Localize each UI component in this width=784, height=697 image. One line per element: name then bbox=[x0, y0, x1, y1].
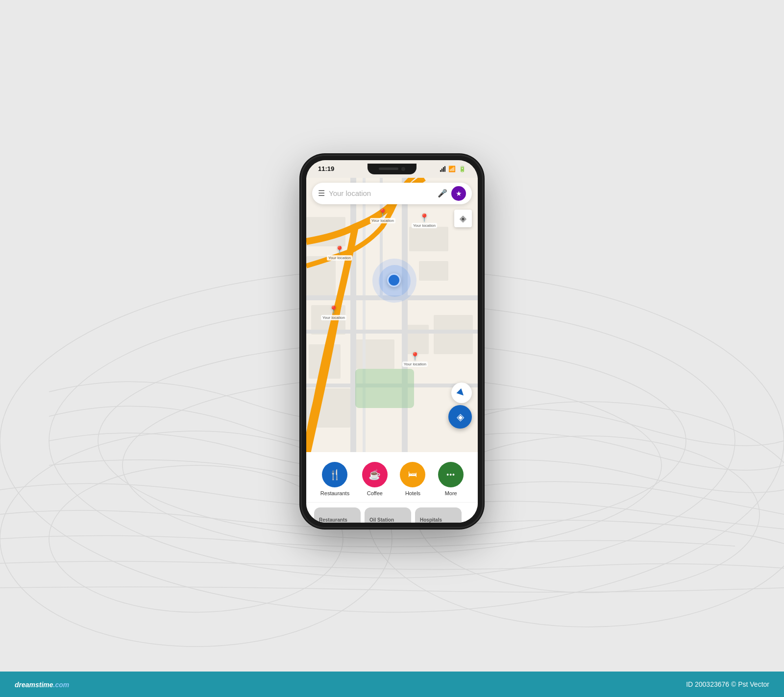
location-pin-1: 📍 Your location bbox=[370, 208, 395, 223]
category-coffee[interactable]: ☕ Coffee bbox=[362, 462, 388, 496]
phone-screen: 11:19 📶 🔋 bbox=[306, 160, 478, 523]
svg-rect-17 bbox=[404, 325, 429, 354]
menu-icon[interactable]: ☰ bbox=[318, 189, 325, 198]
svg-rect-16 bbox=[419, 261, 448, 281]
watermark-id: ID 200323676 © Pst Vector bbox=[686, 680, 769, 688]
location-pin-2: 📍 Your location bbox=[327, 245, 352, 261]
wifi-icon: 📶 bbox=[448, 166, 456, 172]
more-icon-circle: ••• bbox=[438, 462, 464, 487]
categories-row: 🍴 Restaurants ☕ Coffee 🛏 bbox=[306, 458, 478, 503]
pin-icon: 📍 bbox=[410, 352, 420, 361]
bottom-panel: 🍴 Restaurants ☕ Coffee 🛏 bbox=[306, 452, 478, 523]
navigate-fab[interactable]: ◈ bbox=[448, 405, 472, 429]
mic-icon[interactable]: 🎤 bbox=[438, 189, 447, 198]
coffee-icon: ☕ bbox=[368, 469, 381, 481]
quick-card-hospitals[interactable]: Hospitals 3200 La, USA 45 min bbox=[415, 507, 462, 523]
direction-button[interactable]: ▶ bbox=[451, 383, 472, 403]
signal-icon bbox=[440, 166, 445, 172]
hotels-icon: 🛏 bbox=[408, 469, 417, 480]
pin-label: Your location bbox=[327, 255, 352, 261]
restaurants-icon-circle: 🍴 bbox=[322, 462, 347, 487]
pin-label: Your location bbox=[402, 361, 428, 367]
direction-icon: ▶ bbox=[455, 386, 467, 399]
search-placeholder[interactable]: Your location bbox=[329, 189, 434, 197]
notch bbox=[368, 164, 416, 174]
category-hotels[interactable]: 🛏 Hotels bbox=[400, 462, 425, 496]
hotels-icon-circle: 🛏 bbox=[400, 462, 425, 487]
location-pin-4: 📍 Your location bbox=[412, 213, 437, 228]
more-icon: ••• bbox=[446, 471, 455, 479]
pin-icon: 📍 bbox=[419, 213, 429, 222]
status-icons: 📶 🔋 bbox=[440, 166, 466, 172]
qcard-title-0: Restaurants bbox=[319, 517, 356, 523]
pin-label: Your location bbox=[370, 218, 395, 223]
more-label: More bbox=[445, 490, 457, 496]
watermark-bar: dreamstime.com ID 200323676 © Pst Vector bbox=[0, 672, 784, 697]
pin-icon: 📍 bbox=[329, 305, 339, 314]
phone-body: 11:19 📶 🔋 bbox=[301, 155, 483, 528]
quick-card-restaurants[interactable]: Restaurants 3200 La, USA 40 min bbox=[314, 507, 361, 523]
qcard-title-1: Oil Station bbox=[369, 517, 406, 523]
user-avatar[interactable]: ★ bbox=[451, 186, 466, 201]
current-location bbox=[387, 273, 401, 287]
svg-rect-18 bbox=[434, 315, 473, 354]
coffee-label: Coffee bbox=[367, 490, 383, 496]
speaker bbox=[379, 168, 398, 170]
pin-icon: 📍 bbox=[378, 208, 388, 217]
pin-label: Your location bbox=[321, 315, 346, 320]
svg-rect-27 bbox=[355, 369, 414, 408]
search-bar[interactable]: ☰ Your location 🎤 ★ bbox=[312, 183, 472, 204]
coffee-icon-circle: ☕ bbox=[362, 462, 388, 487]
map-view[interactable]: ☰ Your location 🎤 ★ ◈ 📍 Your location bbox=[306, 178, 478, 452]
svg-rect-15 bbox=[409, 227, 448, 251]
compass-icon: ◈ bbox=[460, 213, 466, 224]
avatar-star-icon: ★ bbox=[456, 190, 462, 197]
pin-icon: 📍 bbox=[335, 245, 344, 255]
restaurants-label: Restaurants bbox=[320, 490, 349, 496]
quick-cards-row: Restaurants 3200 La, USA 40 min Oil Stat… bbox=[306, 503, 478, 523]
battery-icon: 🔋 bbox=[459, 166, 466, 172]
watermark-logo: dreamstime.com bbox=[15, 679, 69, 690]
restaurants-icon: 🍴 bbox=[329, 469, 341, 481]
status-bar: 11:19 📶 🔋 bbox=[306, 160, 478, 178]
category-restaurants[interactable]: 🍴 Restaurants bbox=[320, 462, 349, 496]
compass-button[interactable]: ◈ bbox=[454, 210, 472, 227]
svg-rect-19 bbox=[355, 339, 394, 369]
qcard-title-2: Hospitals bbox=[420, 517, 457, 523]
navigate-icon: ◈ bbox=[457, 411, 464, 423]
front-camera bbox=[401, 167, 405, 171]
location-pin-3: 📍 Your location bbox=[321, 305, 346, 320]
svg-rect-20 bbox=[350, 178, 356, 452]
svg-rect-22 bbox=[402, 178, 408, 452]
category-more[interactable]: ••• More bbox=[438, 462, 464, 496]
status-time: 11:19 bbox=[318, 165, 334, 172]
quick-card-oilstation[interactable]: Oil Station 3200 La, USA 55 min bbox=[365, 507, 411, 523]
hotels-label: Hotels bbox=[405, 490, 420, 496]
phone-mockup: 11:19 📶 🔋 bbox=[301, 155, 483, 528]
pin-label: Your location bbox=[412, 223, 437, 228]
location-pin-5: 📍 Your location bbox=[402, 352, 428, 367]
